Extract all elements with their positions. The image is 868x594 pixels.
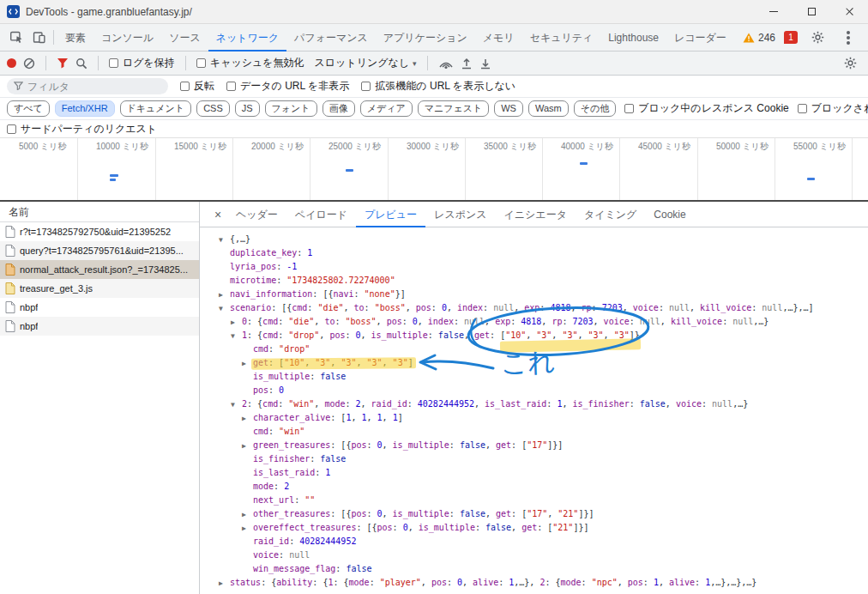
detail-tab-プレビュー[interactable]: プレビュー [356,202,425,227]
detail-tab-イニシエータ[interactable]: イニシエータ [496,202,576,227]
warnings-badge[interactable]: 246 [743,32,775,44]
overview-strip[interactable]: 5000 ミリ秒10000 ミリ秒15000 ミリ秒20000 ミリ秒25000… [0,138,868,202]
preview-tree-row[interactable]: cmd: "win" [200,425,868,439]
detail-tab-Cookie[interactable]: Cookie [645,202,694,227]
network-conditions-button[interactable] [438,58,454,70]
preview-tree-row[interactable]: cmd: "drop" [200,342,868,356]
preview-tree-row[interactable]: mode: 2 [200,480,868,494]
detail-tab-レスポンス[interactable]: レスポンス [425,202,495,227]
preview-tree-row[interactable]: ▶0: {cmd: "die", to: "boss", pos: 0, ind… [200,315,868,329]
expand-arrow-icon[interactable]: ▶ [242,439,253,453]
preview-tree-row[interactable]: ▶overeffect_treasures: [{pos: 0, is_mult… [200,521,868,535]
type-chip-マニフェスト[interactable]: マニフェスト [418,100,490,117]
checkbox-box[interactable] [109,58,118,68]
panel-tab-パフォーマンス[interactable]: パフォーマンス [286,24,376,52]
network-settings-button[interactable] [839,52,861,75]
hide-data-urls-checkbox[interactable]: データの URL を非表示 [226,79,349,94]
preview-tree-row[interactable]: ▼1: {cmd: "drop", pos: 0, is_multiple: f… [200,329,868,342]
preview-tree-row[interactable]: pos: 0 [200,384,868,397]
export-har-button[interactable] [479,58,491,70]
type-chip-Wasm[interactable]: Wasm [528,100,569,117]
settings-button[interactable] [806,27,829,49]
disable-cache-checkbox[interactable]: キャッシュを無効化 [196,56,304,70]
expand-arrow-icon[interactable]: ▶ [231,316,242,330]
checkbox-box[interactable] [196,58,206,68]
search-button[interactable] [75,58,87,70]
more-options-button[interactable] [837,27,859,49]
preview-tree-row[interactable]: ▶other_treasures: [{pos: 0, is_multiple:… [200,507,868,521]
request-row[interactable]: normal_attack_result.json?_=1734825... [0,260,199,279]
maximize-button[interactable] [793,0,830,23]
checkbox-box[interactable] [7,124,16,134]
checkbox-box[interactable] [798,104,807,113]
type-chip-画像[interactable]: 画像 [322,100,355,117]
preview-tree-row[interactable]: ▼{,…} [200,233,868,246]
checkbox-box[interactable] [624,104,634,113]
preview-tree-row[interactable]: ▶green_treasures: [{pos: 0, is_multiple:… [200,439,868,452]
preview-tree-row[interactable]: win_message_flag: false [200,562,868,576]
expand-arrow-icon[interactable]: ▶ [242,412,253,426]
expand-arrow-icon[interactable]: ▼ [231,330,242,343]
checkbox-box[interactable] [180,82,190,91]
blocked-requests-checkbox[interactable]: ブロックされたリクエスト [798,101,868,116]
expand-arrow-icon[interactable]: ▶ [242,508,253,522]
expand-arrow-icon[interactable]: ▼ [231,398,242,412]
type-chip-ドキュメント[interactable]: ドキュメント [120,100,192,117]
expand-arrow-icon[interactable]: ▼ [219,233,230,247]
minimize-button[interactable] [755,0,793,23]
preview-tree-row[interactable]: ▶get: ["10", "3", "3", "3", "3"] [200,356,868,370]
clear-network-log-button[interactable] [23,58,35,70]
preview-tree-row[interactable]: microtime: "1734825802.72274000" [200,274,868,288]
panel-tab-Lighthouse[interactable]: Lighthouse [600,24,666,52]
type-chip-Fetch/XHR[interactable]: Fetch/XHR [55,100,115,117]
preview-tree-row[interactable]: is_multiple: false [200,370,868,384]
checkbox-box[interactable] [361,82,371,91]
invert-filter-checkbox[interactable]: 反転 [180,79,214,94]
expand-arrow-icon[interactable]: ▼ [219,302,230,316]
request-row[interactable]: query?t=1734825795761&uid=21395... [0,241,199,260]
panel-tab-メモリ[interactable]: メモリ [475,24,522,52]
preview-tree-row[interactable]: ▶status: {ability: {1: {mode: "player", … [200,576,868,590]
panel-tab-コンソール[interactable]: コンソール [93,24,161,52]
preview-tree-row[interactable]: next_url: "" [200,494,868,507]
blocked-cookies-checkbox[interactable]: ブロック中のレスポンス Cookie [624,101,789,116]
close-details-button[interactable]: × [208,208,227,221]
type-chip-その他[interactable]: その他 [574,100,617,117]
panel-tab-セキュリティ[interactable]: セキュリティ [522,24,601,52]
preview-tree-row[interactable]: ▼2: {cmd: "win", mode: 2, raid_id: 40282… [200,397,868,411]
type-chip-すべて[interactable]: すべて [7,100,50,117]
panel-tab-アプリケーション[interactable]: アプリケーション [376,24,475,52]
preview-tree-row[interactable]: ▶navi_information: [{navi: "none"}] [200,288,868,301]
request-row[interactable]: nbpf [0,298,199,317]
panel-tab-要素[interactable]: 要素 [57,24,93,52]
name-column-header[interactable]: 名前 [0,202,199,222]
throttling-select[interactable]: スロットリングなし ▾ [315,56,417,70]
device-toolbar-button[interactable] [27,27,50,49]
preview-tree-row[interactable]: is_last_raid: 1 [200,466,868,480]
type-chip-フォント[interactable]: フォント [265,100,317,117]
filter-input[interactable] [7,78,168,94]
record-network-log-button[interactable] [7,58,16,68]
close-button[interactable] [830,0,868,23]
preview-tree-row[interactable]: duplicate_key: 1 [200,246,868,260]
panel-tab-ソース[interactable]: ソース [161,24,208,52]
request-row[interactable]: r?t=1734825792750&uid=21395252 [0,222,199,241]
expand-arrow-icon[interactable]: ▶ [242,522,253,536]
expand-arrow-icon[interactable]: ▶ [242,357,253,371]
expand-arrow-icon[interactable]: ▶ [219,288,230,302]
import-har-button[interactable] [461,58,473,70]
request-row[interactable]: nbpf [0,317,199,336]
hide-extension-urls-checkbox[interactable]: 拡張機能の URL を表示しない [361,79,515,94]
preview-tree-row[interactable]: voice: null [200,549,868,562]
type-chip-メディア[interactable]: メディア [360,100,413,117]
expand-arrow-icon[interactable]: ▶ [219,577,230,590]
preserve-log-checkbox[interactable]: ログを保持 [109,56,175,70]
preview-tree-row[interactable]: ▶character_alive: [1, 1, 1, 1] [200,411,868,425]
preview-tree-row[interactable]: is_finisher: false [200,452,868,466]
preview-tree-row[interactable]: lyria_pos: -1 [200,260,868,274]
preview-tree-row[interactable]: ▼scenario: [{cmd: "die", to: "boss", pos… [200,301,868,315]
filter-toggle-button[interactable] [57,58,69,69]
preview-tree-row[interactable]: raid_id: 40282444952 [200,535,868,549]
type-chip-WS[interactable]: WS [494,100,523,117]
panel-tab-レコーダー[interactable]: レコーダー [666,24,734,52]
